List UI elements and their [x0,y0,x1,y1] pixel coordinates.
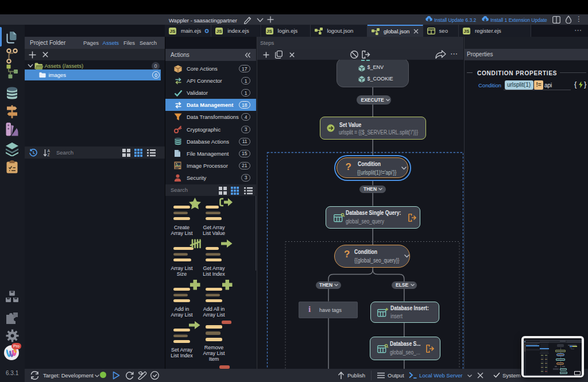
svg-text:A: A [48,149,51,153]
svg-text:Z: Z [48,153,50,157]
